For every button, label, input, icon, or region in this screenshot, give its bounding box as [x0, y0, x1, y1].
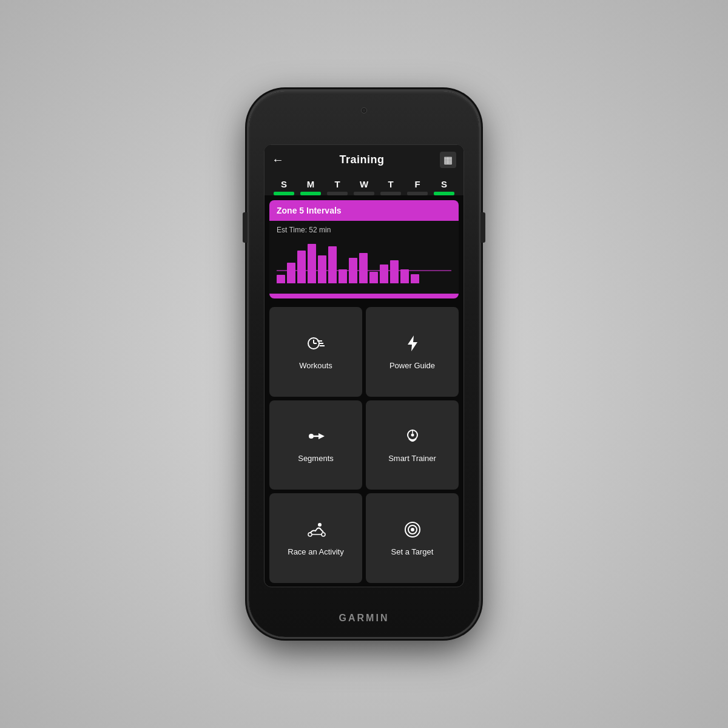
calendar-icon[interactable]: ▦	[440, 152, 456, 168]
day-label-s1: S	[281, 179, 287, 189]
chart-bar	[380, 265, 388, 283]
side-button-left[interactable]	[243, 212, 248, 243]
day-bar-w	[354, 192, 374, 195]
svg-point-11	[411, 434, 414, 437]
est-time: Est Time: 52 min	[277, 226, 451, 234]
chart-bar	[390, 260, 399, 283]
power-guide-label: Power Guide	[389, 361, 435, 370]
brand-name: GARMIN	[339, 613, 389, 624]
day-label-t1: T	[334, 179, 340, 189]
svg-point-7	[309, 434, 314, 439]
chart-bar	[411, 274, 419, 283]
day-bar-s1	[274, 192, 294, 195]
day-saturday[interactable]: S	[434, 179, 454, 195]
workout-card[interactable]: Zone 5 Intervals Est Time: 52 min	[269, 200, 459, 298]
day-friday[interactable]: F	[407, 179, 428, 195]
day-label-t2: T	[388, 179, 393, 189]
day-label-f: F	[414, 179, 420, 189]
workout-chart-area: Est Time: 52 min	[269, 221, 459, 294]
day-label-m: M	[307, 179, 315, 189]
screen-title: Training	[339, 153, 384, 166]
chart-bar	[339, 269, 347, 283]
device-top-bar	[257, 102, 471, 119]
day-wednesday[interactable]: W	[354, 179, 374, 195]
chart-bar	[400, 269, 409, 283]
garmin-device: ← Training ▦ S M T W T	[249, 91, 479, 637]
menu-item-segments[interactable]: Segments	[269, 400, 362, 490]
device-screen: ← Training ▦ S M T W T	[264, 144, 464, 587]
workout-chart	[277, 238, 451, 283]
back-button[interactable]: ←	[272, 153, 284, 167]
race-activity-label: Race an Activity	[288, 547, 344, 556]
svg-point-19	[411, 528, 414, 531]
day-thursday[interactable]: T	[380, 179, 401, 195]
workout-title: Zone 5 Intervals	[277, 206, 342, 215]
power-guide-icon	[403, 334, 422, 356]
svg-point-15	[322, 533, 325, 536]
day-label-s2: S	[441, 179, 447, 189]
workouts-label: Workouts	[299, 361, 332, 370]
set-target-icon	[403, 520, 422, 542]
side-button-right[interactable]	[480, 212, 485, 243]
day-bar-f	[407, 192, 428, 195]
segments-label: Segments	[298, 454, 334, 463]
day-selector: S M T W T F S	[265, 174, 463, 195]
day-bar-t2	[380, 192, 401, 195]
chart-bar	[328, 246, 337, 283]
chart-bar	[277, 275, 285, 283]
screen-header: ← Training ▦	[265, 145, 463, 174]
smart-trainer-icon	[403, 426, 422, 449]
svg-marker-6	[408, 335, 417, 351]
chart-bar	[369, 272, 378, 283]
chart-bar	[308, 244, 316, 283]
workout-footer-bar	[269, 294, 459, 298]
device-bottom: GARMIN	[339, 613, 389, 624]
day-bar-s2	[434, 192, 454, 195]
menu-item-smart-trainer[interactable]: Smart Trainer	[366, 400, 459, 490]
camera	[361, 107, 367, 113]
menu-grid: Workouts Power Guide S	[265, 303, 463, 587]
menu-item-workouts[interactable]: Workouts	[269, 307, 362, 397]
set-target-label: Set a Target	[391, 547, 434, 556]
day-bar-t1	[327, 192, 348, 195]
day-monday[interactable]: M	[300, 179, 321, 195]
race-activity-icon	[306, 520, 326, 542]
chart-bar	[359, 253, 368, 283]
smart-trainer-label: Smart Trainer	[388, 454, 436, 463]
chart-bar	[297, 251, 306, 283]
menu-item-set-target[interactable]: Set a Target	[366, 493, 459, 583]
chart-baseline	[277, 270, 451, 271]
workouts-icon	[306, 334, 326, 356]
chart-bar	[287, 263, 295, 283]
segments-icon	[306, 426, 326, 449]
day-bar-m	[300, 192, 321, 195]
svg-marker-9	[318, 433, 325, 439]
day-tuesday[interactable]: T	[327, 179, 348, 195]
svg-point-13	[318, 523, 322, 527]
menu-item-power-guide[interactable]: Power Guide	[366, 307, 459, 397]
day-sunday[interactable]: S	[274, 179, 294, 195]
menu-item-race-activity[interactable]: Race an Activity	[269, 493, 362, 583]
workout-title-bar: Zone 5 Intervals	[269, 200, 459, 221]
day-label-w: W	[360, 179, 368, 189]
